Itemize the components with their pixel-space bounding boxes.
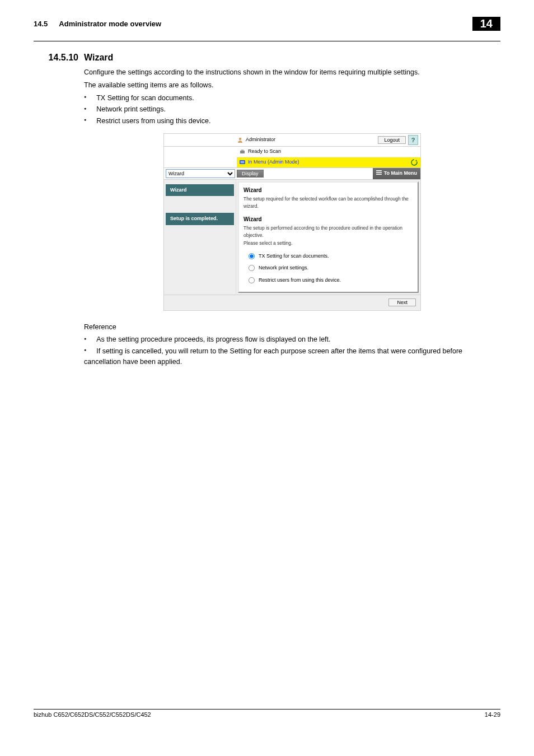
subsection-number: 14.5.10 xyxy=(34,53,78,63)
radio-label: TX Setting for scan documents. xyxy=(259,253,329,260)
admin-text: Administrator xyxy=(246,136,275,144)
content-sub-1: The setup required for the selected work… xyxy=(243,195,413,210)
svg-rect-4 xyxy=(241,161,245,163)
user-icon xyxy=(237,137,243,143)
radio-restrict-users[interactable]: Restrict users from using this device. xyxy=(248,277,413,284)
admin-label: Administrator xyxy=(237,136,378,144)
content-heading-1: Wizard xyxy=(243,186,413,194)
panel-icon xyxy=(239,159,246,166)
content-heading-2: Wizard xyxy=(243,215,413,223)
wizard-select[interactable]: Wizard xyxy=(166,169,235,178)
svg-rect-2 xyxy=(241,150,244,151)
display-button[interactable]: Display xyxy=(237,170,264,178)
header-rule xyxy=(34,41,500,41)
sidebar-item-wizard[interactable]: Wizard xyxy=(166,184,234,197)
radio-input[interactable] xyxy=(249,253,255,259)
page-footer: bizhub C652/C652DS/C552/C552DS/C452 14-2… xyxy=(34,709,500,718)
list-item: TX Setting for scan documents. xyxy=(84,93,500,104)
reference-heading: Reference xyxy=(84,322,500,333)
radio-tx-setting[interactable]: TX Setting for scan documents. xyxy=(248,253,413,260)
list-item: If setting is cancelled, you will return… xyxy=(84,346,500,367)
subsection-title: Wizard xyxy=(84,53,113,63)
footer-left: bizhub C652/C652DS/C552/C552DS/C452 xyxy=(34,711,151,718)
to-main-menu-label: To Main Menu xyxy=(384,170,417,178)
button-row: Next xyxy=(163,295,421,311)
status-row: Ready to Scan xyxy=(237,147,420,157)
printer-icon xyxy=(239,148,246,155)
next-button[interactable]: Next xyxy=(388,298,416,306)
ui-content: Wizard The setup required for the select… xyxy=(238,181,419,293)
svg-rect-7 xyxy=(376,174,382,175)
list-item: Network print settings. xyxy=(84,104,500,115)
svg-rect-6 xyxy=(376,172,382,173)
menu-icon xyxy=(376,170,382,178)
radio-input[interactable] xyxy=(249,265,255,271)
refresh-icon[interactable] xyxy=(410,158,418,166)
mode-text: In Menu (Admin Mode) xyxy=(248,158,299,166)
chapter-number-box: 14 xyxy=(472,17,500,31)
svg-rect-1 xyxy=(240,151,245,153)
radio-label: Restrict users from using this device. xyxy=(259,277,341,284)
intro-paragraph-2: The available setting items are as follo… xyxy=(84,80,500,91)
status-text: Ready to Scan xyxy=(248,148,281,156)
radio-input[interactable] xyxy=(249,277,255,283)
svg-rect-5 xyxy=(376,170,382,171)
reference-bullet-list: As the setting procedure proceeds, its p… xyxy=(84,334,500,367)
to-main-menu-button[interactable]: To Main Menu xyxy=(373,168,420,179)
mode-row: In Menu (Admin Mode) xyxy=(237,157,420,167)
svg-point-0 xyxy=(239,138,241,140)
radio-label: Network print settings. xyxy=(259,264,308,272)
ui-topbar: Administrator Logout ? xyxy=(163,133,421,147)
intro-bullet-list: TX Setting for scan documents. Network p… xyxy=(84,93,500,127)
wizard-ui-screenshot: Administrator Logout ? Ready to Scan xyxy=(163,133,421,311)
list-item: As the setting procedure proceeds, its p… xyxy=(84,334,500,345)
ui-sidebar: Wizard Setup is completed. xyxy=(164,180,236,295)
logout-button[interactable]: Logout xyxy=(378,136,406,144)
radio-network-print[interactable]: Network print settings. xyxy=(248,264,413,272)
section-number: 14.5 xyxy=(34,20,48,28)
intro-paragraph-1: Configure the settings according to the … xyxy=(84,67,500,78)
section-title: Administrator mode overview xyxy=(59,20,472,28)
content-sub-2b: Please select a setting. xyxy=(243,240,413,247)
tab-row: Wizard Display To Main Menu xyxy=(163,168,421,180)
help-icon[interactable]: ? xyxy=(408,135,418,145)
sidebar-item-setup-completed[interactable]: Setup is completed. xyxy=(166,213,234,225)
footer-right: 14-29 xyxy=(485,711,500,718)
radio-group: TX Setting for scan documents. Network p… xyxy=(248,253,413,284)
list-item: Restrict users from using this device. xyxy=(84,116,500,127)
content-sub-2a: The setup is performed according to the … xyxy=(243,225,413,239)
